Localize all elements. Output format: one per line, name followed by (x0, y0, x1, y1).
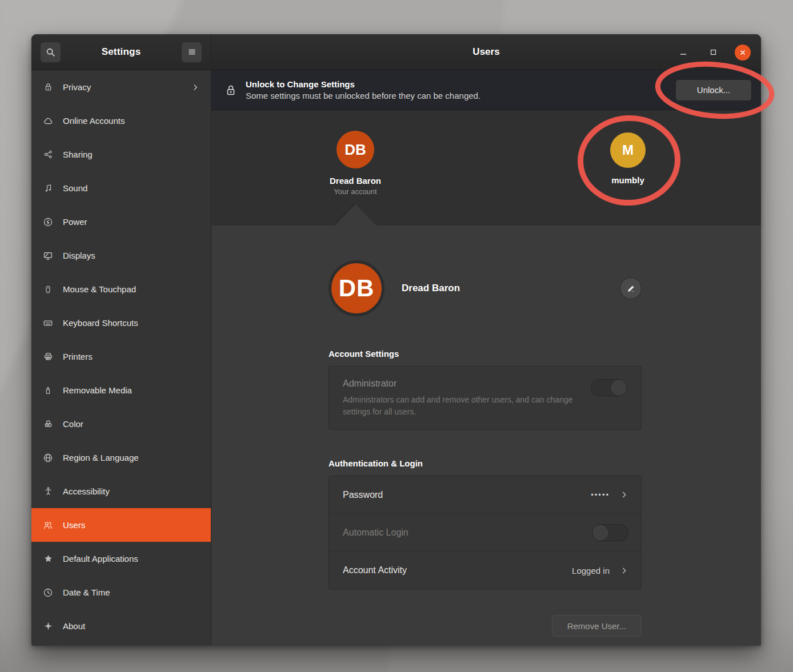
hamburger-menu-icon (187, 47, 197, 57)
window-controls (675, 34, 751, 70)
sidebar-item-about[interactable]: About (31, 609, 211, 643)
administrator-card: Administrator Administrators can add and… (329, 366, 642, 430)
edit-name-button[interactable] (620, 277, 642, 299)
avatar: M (610, 132, 646, 168)
sidebar-item-label: Keyboard Shortcuts (63, 318, 138, 328)
sidebar-item-label: Accessibility (63, 486, 110, 496)
sidebar-item-label: Sharing (63, 150, 93, 159)
page-title: Users (472, 46, 499, 58)
sidebar-item-color[interactable]: Color (31, 407, 211, 441)
search-icon (46, 47, 55, 57)
sidebar: Settings Privacy Online Accounts Sharing (31, 34, 211, 646)
sidebar-item-label: Privacy (63, 82, 91, 92)
color-circles-icon (43, 419, 53, 429)
sparkle-icon (43, 621, 53, 631)
avatar[interactable]: DB (329, 260, 385, 316)
menu-button[interactable] (181, 42, 202, 63)
automatic-login-toggle[interactable] (592, 524, 628, 541)
main-panel: Users Unlock to Change Settings Some set… (211, 34, 761, 646)
printer-icon (43, 352, 53, 362)
sidebar-list: Privacy Online Accounts Sharing Sound Po… (31, 70, 211, 646)
administrator-toggle[interactable] (591, 379, 627, 396)
power-icon (43, 217, 53, 227)
carousel-user-dread-baron[interactable]: DB Dread Baron Your account (330, 131, 381, 196)
section-title-authentication-login: Authentication & Login (329, 458, 642, 468)
star-icon (43, 554, 53, 564)
account-activity-label: Account Activity (343, 565, 407, 576)
minimize-button[interactable] (675, 45, 691, 61)
authentication-card: Password ••••• Automatic Login Accou (329, 476, 642, 590)
sidebar-item-label: Color (63, 419, 83, 429)
sidebar-item-label: Printers (63, 352, 93, 361)
sidebar-item-mouse-touchpad[interactable]: Mouse & Touchpad (31, 272, 211, 306)
carousel-user-name: Dread Baron (330, 176, 381, 186)
sidebar-item-sharing[interactable]: Sharing (31, 138, 211, 171)
sidebar-item-label: Default Applications (63, 554, 138, 564)
sidebar-item-label: Removable Media (63, 385, 132, 395)
toggle-knob (592, 524, 609, 541)
profile-name: Dread Baron (402, 283, 460, 294)
sidebar-item-default-applications[interactable]: Default Applications (31, 542, 211, 576)
banner-text: Unlock to Change Settings Some settings … (246, 79, 480, 100)
sidebar-item-label: Date & Time (63, 588, 110, 597)
toggle-knob (610, 379, 627, 396)
lock-icon (43, 82, 53, 92)
settings-window: Settings Privacy Online Accounts Sharing (31, 34, 761, 646)
profile-row: DB Dread Baron (329, 256, 642, 320)
close-button[interactable] (735, 45, 751, 61)
sidebar-title: Settings (61, 46, 181, 58)
flash-drive-icon (43, 385, 53, 396)
chevron-right-icon (620, 490, 628, 499)
keyboard-icon (43, 318, 53, 328)
sidebar-item-label: About (63, 621, 85, 631)
mouse-icon (43, 284, 53, 295)
selected-user-pointer (334, 204, 377, 226)
carousel-user-name: mumbly (610, 175, 646, 185)
main-headerbar: Users (211, 34, 761, 70)
sidebar-item-date-time[interactable]: Date & Time (31, 576, 211, 609)
banner-subtitle: Some settings must be unlocked before th… (246, 91, 480, 100)
unlock-banner: Unlock to Change Settings Some settings … (211, 70, 761, 110)
chevron-right-icon (191, 83, 199, 91)
remove-user-button[interactable]: Remove User... (552, 615, 642, 637)
display-icon (43, 251, 53, 261)
carousel-user-mumbly[interactable]: M mumbly (610, 131, 646, 185)
search-button[interactable] (40, 42, 61, 63)
administrator-label: Administrator (343, 379, 627, 389)
sidebar-item-online-accounts[interactable]: Online Accounts (31, 104, 211, 138)
users-icon (43, 520, 53, 530)
sidebar-item-keyboard-shortcuts[interactable]: Keyboard Shortcuts (31, 306, 211, 340)
sidebar-item-label: Region & Language (63, 453, 139, 462)
password-row[interactable]: Password ••••• (329, 476, 641, 514)
administrator-description: Administrators can add and remove other … (343, 394, 578, 418)
sidebar-item-label: Power (63, 217, 87, 227)
automatic-login-row: Automatic Login (329, 514, 641, 552)
cloud-icon (43, 116, 53, 126)
sidebar-header: Settings (31, 34, 211, 70)
carousel-user-subtitle: Your account (330, 187, 381, 196)
chevron-right-icon (620, 566, 628, 575)
sidebar-item-label: Sound (63, 183, 87, 193)
banner-title: Unlock to Change Settings (246, 79, 480, 89)
account-activity-value: Logged in (572, 566, 610, 576)
user-detail-panel: DB Dread Baron Account Settings Administ… (211, 226, 761, 646)
account-activity-row[interactable]: Account Activity Logged in (329, 552, 641, 589)
maximize-button[interactable] (705, 45, 721, 61)
password-label: Password (343, 490, 383, 500)
sidebar-item-power[interactable]: Power (31, 205, 211, 239)
globe-icon (43, 453, 53, 463)
accessibility-icon (43, 486, 53, 497)
sidebar-item-privacy[interactable]: Privacy (31, 70, 211, 104)
pencil-icon (626, 284, 636, 293)
sidebar-item-displays[interactable]: Displays (31, 239, 211, 272)
unlock-button[interactable]: Unlock... (675, 79, 752, 101)
music-note-icon (43, 183, 53, 194)
sidebar-item-region-language[interactable]: Region & Language (31, 441, 211, 474)
sidebar-item-sound[interactable]: Sound (31, 171, 211, 205)
sidebar-item-accessibility[interactable]: Accessibility (31, 474, 211, 508)
sidebar-item-label: Mouse & Touchpad (63, 284, 136, 294)
sidebar-item-users[interactable]: Users (31, 508, 211, 542)
sidebar-item-printers[interactable]: Printers (31, 340, 211, 373)
avatar: DB (337, 131, 374, 168)
sidebar-item-removable-media[interactable]: Removable Media (31, 373, 211, 407)
